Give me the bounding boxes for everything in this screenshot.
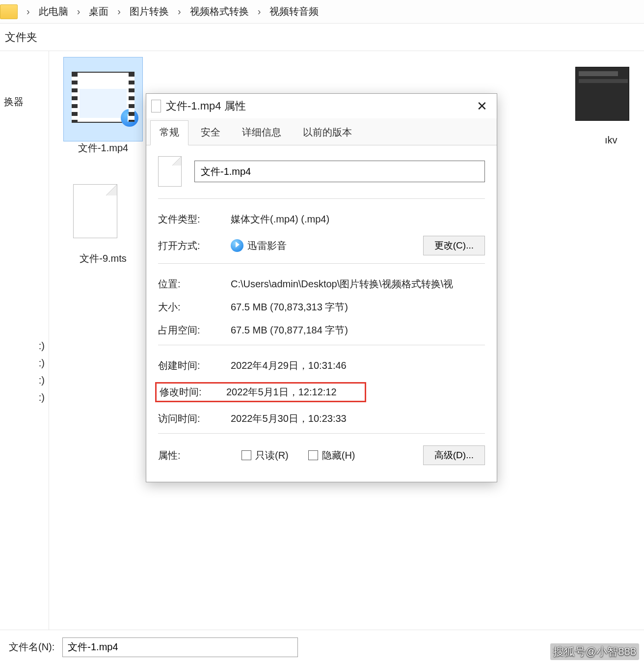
new-folder-button[interactable]: 文件夹	[5, 30, 37, 45]
location-value: C:\Users\admin\Desktop\图片转换\视频格式转换\视	[231, 277, 485, 291]
readonly-label: 只读(R)	[255, 449, 289, 462]
play-icon	[121, 109, 138, 127]
size-on-disk-label: 占用空间:	[158, 324, 222, 337]
modified-value: 2022年5月1日，12:12:12	[226, 386, 362, 399]
crumb-folder-1[interactable]: 图片转换	[130, 5, 169, 18]
crumb-folder-3[interactable]: 视频转音频	[269, 5, 319, 18]
chevron-right-icon: ›	[115, 6, 123, 17]
file-label: ıkv	[575, 135, 634, 146]
filetype-value: 媒体文件(.mp4) (.mp4)	[231, 213, 485, 226]
tab-general[interactable]: 常规	[150, 120, 188, 145]
crumb-folder-2[interactable]: 视频格式转换	[190, 5, 249, 18]
filetype-label: 文件类型:	[158, 213, 222, 226]
opens-with-label: 打开方式:	[158, 239, 222, 252]
file-label: 文件-1.mp4	[59, 141, 147, 155]
chevron-right-icon: ›	[25, 6, 32, 17]
file-icon	[158, 156, 182, 187]
highlight-box: 修改时间: 2022年5月1日，12:12:12	[155, 382, 366, 402]
file-item-selected[interactable]: 文件-1.mp4	[59, 57, 147, 155]
tab-security[interactable]: 安全	[191, 120, 230, 145]
filename-field[interactable]	[194, 161, 485, 182]
location-label: 位置:	[158, 277, 222, 291]
accessed-value: 2022年5月30日，10:23:33	[231, 412, 485, 425]
checkbox-icon	[308, 450, 318, 460]
sidebar-item[interactable]: :)	[4, 389, 45, 406]
created-value: 2022年4月29日，10:31:46	[231, 359, 485, 372]
chevron-right-icon: ›	[75, 6, 82, 17]
sidebar-item[interactable]: :)	[4, 372, 45, 389]
dialog-title: 文件-1.mp4 属性	[166, 99, 246, 113]
attributes-label: 属性:	[158, 449, 222, 462]
checkbox-icon	[242, 450, 251, 460]
video-thumbnail-icon	[72, 72, 134, 123]
sidebar-item[interactable]: :)	[4, 355, 45, 372]
file-item[interactable]: 文件-9.mts	[59, 174, 147, 265]
sidebar-item[interactable]: :)	[4, 337, 45, 355]
accessed-label: 访问时间:	[158, 412, 222, 425]
chevron-right-icon: ›	[256, 6, 263, 17]
sidebar-item[interactable]: 换器	[4, 92, 45, 111]
xunlei-icon	[231, 239, 243, 252]
size-on-disk-value: 67.5 MB (70,877,184 字节)	[231, 324, 485, 337]
breadcrumb[interactable]: › 此电脑 › 桌面 › 图片转换 › 视频格式转换 › 视频转音频	[0, 0, 644, 24]
tab-details[interactable]: 详细信息	[233, 120, 291, 145]
advanced-button[interactable]: 高级(D)...	[423, 445, 485, 465]
file-item[interactable]: ıkv	[575, 57, 634, 155]
file-label: 文件-9.mts	[59, 252, 147, 265]
hidden-checkbox[interactable]: 隐藏(H)	[308, 449, 355, 462]
chevron-right-icon: ›	[176, 6, 183, 17]
dialog-titlebar[interactable]: 文件-1.mp4 属性 ✕	[146, 94, 497, 118]
close-icon[interactable]: ✕	[472, 99, 492, 114]
toolbar: 文件夹	[0, 24, 644, 51]
filename-bar: 文件名(N):	[0, 630, 644, 664]
folder-icon	[0, 4, 18, 19]
tab-previous-versions[interactable]: 以前的版本	[294, 120, 361, 145]
video-thumbnail-icon	[575, 67, 629, 121]
filename-input[interactable]	[62, 637, 298, 657]
created-label: 创建时间:	[158, 359, 222, 372]
size-label: 大小:	[158, 301, 222, 314]
sidebar: 换器 :) :) :) :)	[0, 51, 49, 630]
crumb-desktop[interactable]: 桌面	[89, 5, 108, 18]
hidden-label: 隐藏(H)	[322, 449, 355, 462]
file-icon	[151, 100, 161, 112]
change-button[interactable]: 更改(C)...	[423, 236, 485, 255]
opens-with-value: 迅雷影音	[247, 239, 287, 252]
size-value: 67.5 MB (70,873,313 字节)	[231, 301, 485, 314]
properties-dialog: 文件-1.mp4 属性 ✕ 常规 安全 详细信息 以前的版本 文件类型: 媒体文…	[146, 93, 497, 482]
readonly-checkbox[interactable]: 只读(R)	[242, 449, 289, 462]
filename-label: 文件名(N):	[9, 640, 54, 654]
tab-bar: 常规 安全 详细信息 以前的版本	[146, 118, 497, 145]
modified-label: 修改时间:	[160, 386, 217, 399]
crumb-this-pc[interactable]: 此电脑	[39, 5, 68, 18]
file-icon	[73, 184, 117, 238]
